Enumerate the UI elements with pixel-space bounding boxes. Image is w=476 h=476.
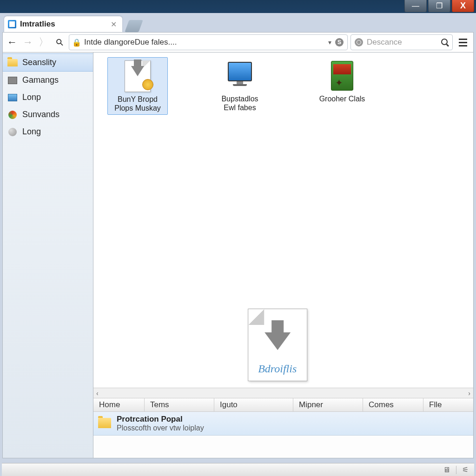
scroll-right-icon[interactable]: › [468,390,470,397]
status-monitor-icon[interactable]: 🖥 [443,466,450,474]
sidebar-item-sunvands[interactable]: Sunvands [3,106,93,123]
download-file-icon [121,60,154,93]
sidebar-item-gamangs[interactable]: Gamangs [3,72,93,89]
details-title: Protrcation Popal [117,415,204,424]
disk-icon [7,76,18,85]
sidebar-item-seanslity[interactable]: Seanslity [3,53,93,72]
new-tab-button[interactable] [125,20,143,32]
address-bar[interactable]: 🔒 Intde dlangoreDue fales.... ▾ S [69,34,348,50]
icon-grid[interactable]: BunY Bropd Plops Muskay Bupstadlos [93,53,473,388]
horizontal-scrollbar[interactable]: ‹ › [93,388,473,398]
file-item-grooher-clals[interactable]: ✦ Grooher Clals [312,57,372,105]
sidebar-item-label: Sunvands [22,110,60,119]
navigation-toolbar: ← → 〉 ⚲ 🔒 Intde dlangoreDue fales.... ▾ … [2,32,474,53]
tab-title: Imtratlies [20,20,106,29]
file-label: Grooher Clals [319,94,365,103]
folder-icon [7,58,18,67]
status-bar: 🖥 ⚟ [2,463,474,476]
column-flle[interactable]: Flle [423,398,473,411]
forward-button[interactable]: → [21,36,34,49]
minimize-button[interactable]: — [404,0,427,12]
column-home[interactable]: Home [93,398,145,411]
game-box-icon: ✦ [325,59,359,93]
window-frame: Imtratlies ✕ ← → 〉 ⚲ 🔒 Intde dlangoreDue… [0,13,476,476]
sidebar: Seanslity Gamangs Lonp Sunvands Long [3,53,93,458]
tab-close-icon[interactable]: ✕ [110,20,118,29]
sidebar-item-label: Lonp [22,93,41,102]
details-empty-area [93,436,473,458]
details-row[interactable]: Protrcation Popal Plosscofth over vtw lo… [93,412,473,436]
orb-icon [7,127,18,137]
column-comes[interactable]: Comes [363,398,423,411]
details-subtitle: Plosscofth over vtw loiplay [117,424,204,432]
column-tems[interactable]: Tems [145,398,214,411]
orb-icon [7,110,18,119]
tab-favicon-icon [8,20,16,28]
sidebar-item-lonp[interactable]: Lonp [3,89,93,106]
search-bar[interactable]: Descance [350,34,453,50]
stop-reload-icon[interactable]: S [335,38,344,46]
sidebar-item-long[interactable]: Long [3,123,93,140]
back-button[interactable]: ← [6,36,19,49]
address-text: Intde dlangoreDue fales.... [84,38,324,47]
file-label: BunY Bropd Plops Muskay [114,95,161,112]
file-label: Bupstadlos Ewl fabes [221,94,258,112]
monitor-icon [223,59,257,93]
window-controls: — ❐ X [404,0,474,12]
column-iguto[interactable]: Iguto [214,398,293,411]
maximize-button[interactable]: ❐ [428,0,450,12]
browser-tab[interactable]: Imtratlies ✕ [4,16,122,32]
sidebar-item-label: Long [22,127,41,137]
file-item-buny-bropd[interactable]: BunY Bropd Plops Muskay [107,57,168,115]
globe-icon [355,38,363,46]
key-icon[interactable]: ⚲ [53,36,66,49]
folder-icon [98,418,112,429]
lock-icon: 🔒 [73,39,80,46]
content-pane: BunY Bropd Plops Muskay Bupstadlos [93,53,473,458]
search-placeholder: Descance [367,38,437,47]
disk-icon [7,93,18,102]
sidebar-item-label: Seanslity [22,58,56,67]
tab-strip: Imtratlies ✕ [2,15,474,32]
search-icon[interactable] [441,39,449,46]
large-icon-label: Bdroiflis [248,363,307,375]
sidebar-item-label: Gamangs [22,75,59,85]
details-column-header: Home Tems Iguto Mipner Comes Flle [93,398,473,412]
large-download-icon[interactable]: Bdroiflis [248,309,307,381]
column-mipner[interactable]: Mipner [293,398,363,411]
address-dropdown-icon[interactable]: ▾ [328,39,331,46]
close-button[interactable]: X [452,0,474,12]
main-area: Seanslity Gamangs Lonp Sunvands Long [2,53,474,458]
hamburger-menu-button[interactable] [456,35,470,50]
forward-alt-button[interactable]: 〉 [37,36,50,49]
file-item-bupstadlos[interactable]: Bupstadlos Ewl fabes [210,57,270,114]
scroll-left-icon[interactable]: ‹ [96,390,99,397]
status-battery-icon[interactable]: ⚟ [462,465,469,474]
